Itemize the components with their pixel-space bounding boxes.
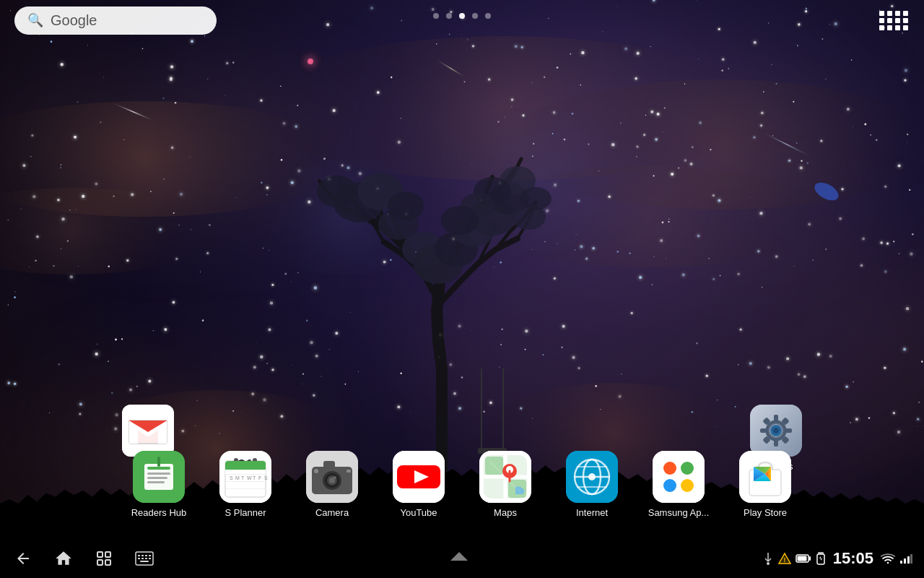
app-s-planner[interactable]: 31 S M T W T F S S Planner: [206, 451, 285, 518]
svg-rect-106: [141, 555, 144, 556]
page-dot-1[interactable]: [433, 13, 439, 19]
warning-icon: !: [778, 552, 791, 565]
svg-text:W: W: [247, 475, 252, 480]
svg-text:!: !: [783, 556, 785, 564]
svg-rect-69: [323, 461, 335, 468]
page-dot-2[interactable]: [446, 13, 452, 19]
camera-label: Camera: [315, 507, 349, 518]
play-store-icon: [739, 451, 791, 503]
maps-icon: [479, 451, 531, 503]
app-internet[interactable]: Internet: [552, 451, 632, 518]
svg-rect-41: [147, 481, 165, 483]
app-youtube[interactable]: YouTube: [379, 451, 458, 518]
app-readers-hub[interactable]: Readers Hub: [119, 451, 199, 518]
svg-point-87: [588, 473, 596, 480]
svg-rect-42: [157, 457, 160, 467]
svg-rect-39: [147, 473, 170, 475]
svg-rect-107: [145, 555, 147, 556]
svg-rect-40: [147, 477, 167, 479]
readers-hub-icon: [133, 451, 185, 503]
svg-rect-111: [145, 558, 147, 559]
svg-rect-27: [760, 428, 767, 433]
svg-text:S: S: [230, 475, 233, 480]
svg-point-114: [767, 562, 770, 565]
svg-rect-108: [149, 555, 151, 556]
svg-rect-48: [225, 481, 266, 482]
connectivity-icons: [881, 553, 912, 564]
signal-icon: [899, 553, 912, 564]
samsung-apps-icon: [653, 451, 705, 503]
page-dot-5[interactable]: [485, 13, 491, 19]
charging-icon: [816, 552, 826, 565]
battery-icon: [796, 553, 811, 564]
svg-rect-49: [225, 488, 266, 489]
readers-hub-label: Readers Hub: [131, 507, 187, 518]
keyboard-button[interactable]: [133, 547, 156, 570]
search-icon: 🔍: [27, 12, 43, 28]
page-dot-3[interactable]: [459, 13, 465, 19]
top-bar: 🔍 Google: [0, 0, 924, 40]
bottom-app-dock: Readers Hub 31 S M T W T F: [0, 434, 924, 535]
svg-rect-105: [138, 555, 140, 556]
svg-text:F: F: [258, 475, 261, 480]
youtube-icon: [393, 451, 445, 503]
svg-point-35: [773, 428, 779, 434]
svg-rect-47: [225, 474, 266, 475]
svg-rect-112: [149, 558, 151, 559]
app-camera[interactable]: Camera: [292, 451, 372, 518]
status-right-area: ! 15:05: [762, 549, 912, 568]
svg-point-71: [314, 469, 318, 473]
samsung-apps-label: Samsung Ap...: [648, 507, 710, 518]
app-play-store[interactable]: Play Store: [725, 451, 805, 518]
svg-rect-118: [797, 556, 806, 561]
s-planner-icon: 31 S M T W T F S: [219, 451, 271, 503]
svg-rect-113: [140, 561, 149, 562]
s-planner-label: S Planner: [225, 507, 266, 518]
svg-rect-77: [485, 457, 503, 475]
svg-rect-117: [809, 556, 811, 561]
clock: 15:05: [833, 549, 873, 568]
svg-rect-28: [785, 428, 792, 433]
svg-rect-61: [225, 465, 266, 470]
svg-text:T: T: [241, 475, 245, 480]
svg-rect-38: [147, 467, 170, 470]
back-button[interactable]: [12, 547, 35, 570]
page-indicators: [433, 13, 491, 19]
svg-rect-102: [97, 560, 103, 565]
svg-text:M: M: [235, 475, 240, 480]
home-button[interactable]: [52, 547, 75, 570]
svg-point-14: [441, 206, 479, 235]
svg-rect-70: [346, 470, 351, 473]
recent-apps-button[interactable]: [92, 547, 116, 570]
svg-point-91: [663, 479, 676, 492]
svg-rect-124: [910, 554, 912, 564]
camera-icon: [306, 451, 358, 503]
svg-text:T: T: [253, 475, 256, 480]
svg-point-90: [681, 462, 694, 475]
svg-rect-101: [105, 552, 110, 557]
internet-label: Internet: [576, 507, 608, 518]
page-dot-4[interactable]: [472, 13, 478, 19]
wifi-icon: [881, 553, 895, 564]
svg-point-16: [520, 187, 552, 210]
svg-rect-109: [138, 558, 140, 559]
usb-icon: [762, 551, 774, 566]
play-store-label: Play Store: [744, 507, 787, 518]
youtube-label: YouTube: [400, 507, 437, 518]
svg-rect-121: [900, 561, 902, 564]
svg-point-93: [674, 472, 684, 482]
svg-rect-123: [907, 556, 910, 564]
svg-point-68: [334, 476, 336, 479]
center-nav-button[interactable]: [449, 549, 469, 568]
navigation-buttons: [12, 547, 156, 570]
all-apps-button[interactable]: [878, 4, 910, 36]
svg-point-1: [317, 176, 357, 207]
app-samsung-apps[interactable]: Samsung Ap...: [639, 451, 718, 518]
svg-point-89: [663, 462, 676, 475]
svg-rect-100: [97, 552, 103, 557]
internet-icon: [566, 451, 618, 503]
svg-text:S: S: [264, 475, 268, 480]
app-maps[interactable]: Maps: [466, 451, 545, 518]
google-search-bar[interactable]: 🔍 Google: [14, 7, 217, 35]
google-label: Google: [51, 12, 97, 29]
